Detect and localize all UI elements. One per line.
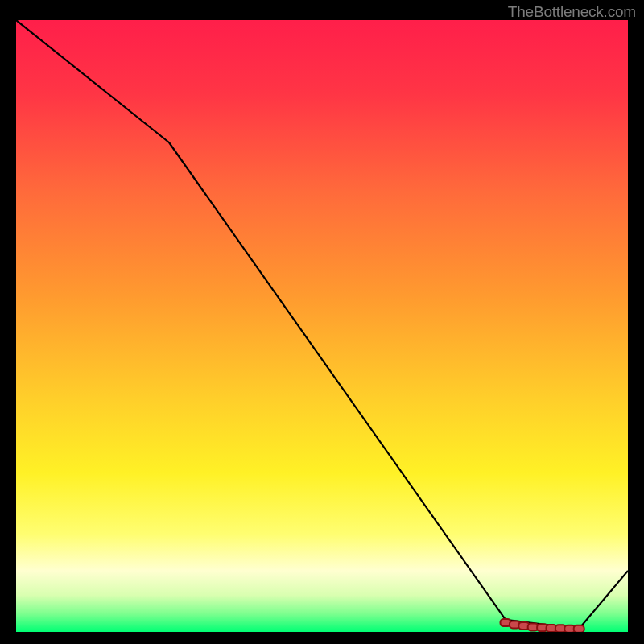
chart-frame: TheBottleneck.com (0, 0, 644, 644)
chart-svg (16, 20, 628, 632)
heat-background (16, 20, 628, 632)
chart-plot (16, 20, 628, 632)
watermark: TheBottleneck.com (508, 3, 636, 21)
data-marker (574, 625, 584, 632)
watermark-text: TheBottleneck.com (508, 3, 636, 20)
